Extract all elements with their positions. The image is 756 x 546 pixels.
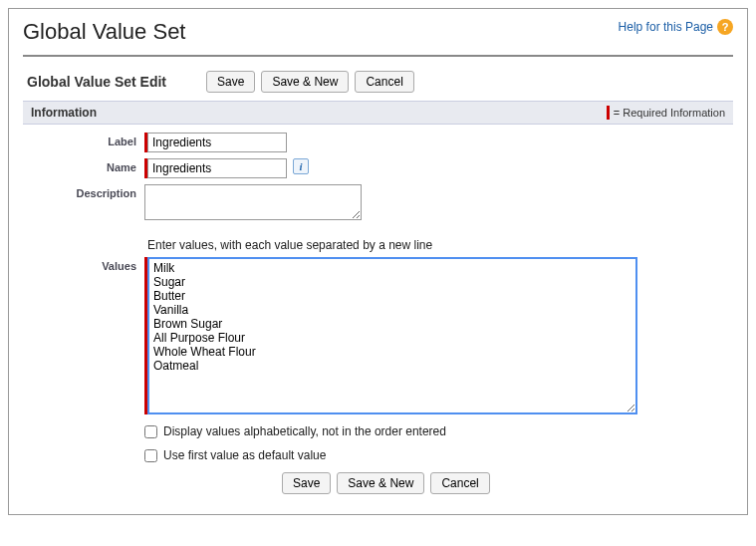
cancel-button[interactable]: Cancel <box>430 472 489 494</box>
default-label: Use first value as default value <box>163 448 326 462</box>
values-input-wrap <box>144 257 637 414</box>
label-label: Label <box>23 133 144 147</box>
save-and-new-button[interactable]: Save & New <box>337 472 424 494</box>
page-header: Global Value Set Help for this Page ? <box>23 19 733 57</box>
save-button[interactable]: Save <box>206 71 255 93</box>
help-for-page-link[interactable]: Help for this Page <box>619 20 713 34</box>
checkbox-area: Display values alphabetically, not in th… <box>23 424 733 462</box>
section-title: Information <box>31 106 97 120</box>
label-input-wrap <box>144 133 287 152</box>
required-note: = Required Information <box>607 106 725 120</box>
bottom-button-row: Save Save & New Cancel <box>23 472 733 494</box>
default-checkbox[interactable] <box>144 449 157 462</box>
edit-title: Global Value Set Edit <box>27 74 166 90</box>
default-check-row[interactable]: Use first value as default value <box>144 448 733 462</box>
info-icon[interactable]: i <box>293 158 309 174</box>
cancel-button[interactable]: Cancel <box>355 71 413 93</box>
page-frame: Global Value Set Help for this Page ? Gl… <box>8 8 748 515</box>
alpha-label: Display values alphabetically, not in th… <box>163 424 446 438</box>
name-input-wrap <box>144 158 287 178</box>
row-values: Values <box>23 257 733 414</box>
description-label: Description <box>23 184 144 199</box>
top-button-row: Save Save & New Cancel <box>206 71 414 93</box>
row-label: Label <box>23 133 733 152</box>
required-bar-icon <box>607 106 610 120</box>
help-link: Help for this Page ? <box>619 19 733 35</box>
row-values-hint: Enter values, with each value separated … <box>23 238 733 255</box>
row-name: Name i <box>23 158 733 178</box>
values-hint: Enter values, with each value separated … <box>144 238 432 252</box>
alpha-check-row[interactable]: Display values alphabetically, not in th… <box>144 424 733 438</box>
edit-header: Global Value Set Edit Save Save & New Ca… <box>23 65 733 101</box>
description-input[interactable] <box>144 184 362 220</box>
name-input[interactable] <box>147 158 287 178</box>
form-area: Label Name i Description Enter values, w… <box>23 125 733 498</box>
label-input[interactable] <box>147 133 287 152</box>
values-label: Values <box>23 257 144 272</box>
alpha-checkbox[interactable] <box>144 425 157 438</box>
name-label: Name <box>23 158 144 173</box>
row-description: Description <box>23 184 733 220</box>
required-note-text: = Required Information <box>614 107 725 119</box>
values-input[interactable] <box>147 257 637 414</box>
save-button[interactable]: Save <box>282 472 331 494</box>
page-title: Global Value Set <box>23 19 185 45</box>
section-bar: Information = Required Information <box>23 101 733 125</box>
save-and-new-button[interactable]: Save & New <box>261 71 349 93</box>
help-icon[interactable]: ? <box>717 19 733 35</box>
